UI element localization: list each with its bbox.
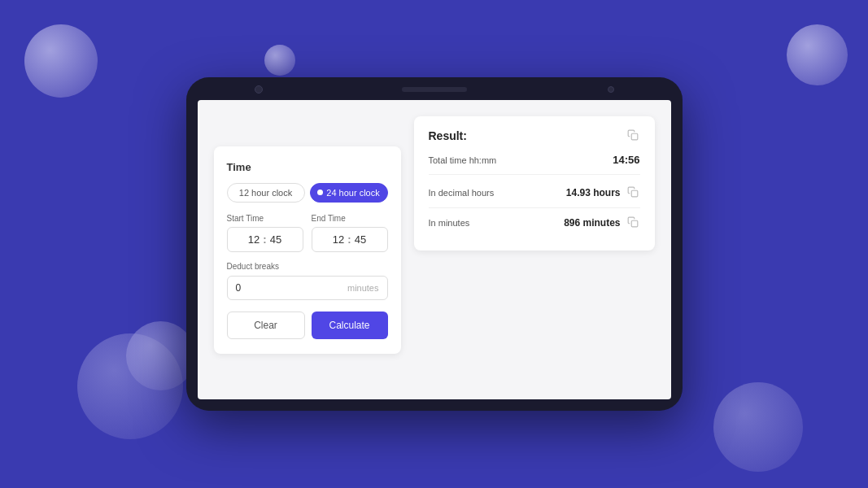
tablet-camera-left: [255, 85, 263, 94]
bg-decoration-2: [264, 45, 295, 76]
start-time-group: Start Time 12 : 45: [227, 214, 303, 252]
total-time-value: 14:56: [613, 154, 639, 166]
toggle-active-dot: [317, 190, 323, 195]
left-panel: Time 12 hour clock 24 hour clock Start T…: [214, 146, 401, 354]
minutes-right: 896 minutes: [564, 216, 639, 229]
copy-all-button[interactable]: [627, 129, 640, 142]
panel-title: Time: [227, 161, 388, 173]
end-minutes: 45: [355, 233, 366, 246]
bg-decoration-6: [713, 382, 803, 472]
start-time-input[interactable]: 12 : 45: [227, 227, 303, 252]
decimal-hours-right: 14.93 hours: [566, 186, 640, 199]
minutes-value: 896 minutes: [564, 217, 620, 229]
right-panel: Result: Total time hh:mm 14:56 In decima…: [414, 116, 655, 251]
clock-toggle: 12 hour clock 24 hour clock: [227, 183, 388, 203]
tablet-screen: Time 12 hour clock 24 hour clock Start T…: [198, 100, 671, 399]
end-time-group: End Time 12 : 45: [312, 214, 388, 252]
start-time-label: Start Time: [227, 214, 303, 223]
deduct-breaks-label: Deduct breaks: [227, 262, 388, 271]
tablet-camera-right: [608, 86, 614, 93]
result-total-row: Total time hh:mm 14:56: [429, 154, 640, 175]
24-hour-clock-button[interactable]: 24 hour clock: [310, 183, 388, 203]
start-hours: 12: [248, 233, 260, 246]
minutes-label: In minutes: [429, 218, 470, 228]
start-minutes: 45: [270, 233, 281, 246]
decimal-hours-label: In decimal hours: [429, 188, 495, 198]
time-inputs-row: Start Time 12 : 45 End Time 12 : 45: [227, 214, 388, 252]
svg-rect-0: [631, 133, 638, 140]
end-time-label: End Time: [312, 214, 388, 223]
tablet-speaker: [402, 87, 467, 92]
svg-rect-1: [631, 190, 638, 197]
deduct-breaks-input[interactable]: 0 minutes: [227, 276, 388, 300]
tablet-device: Time 12 hour clock 24 hour clock Start T…: [186, 77, 683, 411]
bg-decoration-3: [787, 24, 848, 85]
clear-button[interactable]: Clear: [227, 312, 305, 339]
result-decimal-row: In decimal hours 14.93 hours: [429, 178, 640, 208]
result-minutes-row: In minutes 896 minutes: [429, 208, 640, 237]
decimal-hours-value: 14.93 hours: [566, 187, 621, 198]
total-time-label: Total time hh:mm: [429, 155, 497, 165]
end-separator: :: [347, 233, 351, 246]
tablet-top-bar: [186, 77, 683, 100]
result-header: Result:: [429, 129, 640, 142]
deduct-value: 0: [236, 282, 242, 294]
bg-decoration-1: [24, 24, 98, 98]
end-time-input[interactable]: 12 : 45: [312, 227, 388, 252]
calculate-button[interactable]: Calculate: [312, 312, 388, 339]
deduct-unit: minutes: [347, 283, 379, 293]
start-separator: :: [263, 233, 266, 246]
12-hour-clock-button[interactable]: 12 hour clock: [227, 183, 305, 203]
copy-decimal-button[interactable]: [627, 186, 640, 199]
result-title: Result:: [429, 129, 467, 142]
copy-minutes-button[interactable]: [627, 216, 640, 229]
action-buttons: Clear Calculate: [227, 312, 388, 339]
24-hour-label: 24 hour clock: [326, 188, 379, 198]
bg-decoration-5: [126, 321, 195, 390]
end-hours: 12: [333, 233, 344, 246]
svg-rect-2: [631, 220, 638, 227]
